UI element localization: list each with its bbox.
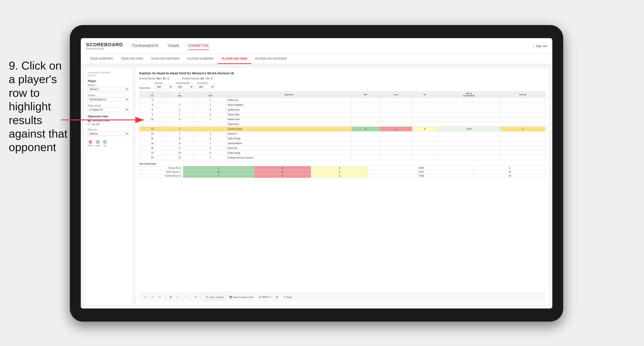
table-cell [412, 98, 437, 103]
table-cell [380, 146, 412, 151]
sub-nav-player-summary[interactable]: PLAYER SUMMARY [184, 54, 218, 64]
nav-teams[interactable]: TEAMS [167, 42, 179, 50]
ood-rounds-cell: 30 [474, 170, 545, 174]
undo-btn[interactable]: ↩ [143, 295, 148, 299]
sub-nav: TEAM SUMMARY TEAM H2H GRID TEAM H2H HEAT… [81, 54, 552, 64]
table-cell [412, 156, 437, 160]
redo2-btn[interactable]: ↩ [157, 295, 163, 299]
sub-nav-team-h2h-heatmap[interactable]: TEAM H2H HEATMAP [147, 54, 184, 64]
ood-rounds-cell: 2 [474, 166, 545, 170]
table-cell [194, 127, 226, 132]
table-cell [500, 112, 545, 117]
table-cell: Jessica Huang [226, 127, 352, 132]
sub-nav-team-h2h-grid[interactable]: TEAM H2H GRID [117, 54, 147, 64]
division-select[interactable]: NCAA Division III [88, 97, 129, 102]
table-cell: 13 [140, 127, 166, 132]
table-row[interactable]: 914Sharon Mun [140, 112, 545, 117]
table-cell: 6 [140, 108, 166, 112]
th-opponent: Opponent [226, 92, 352, 98]
nav-tournaments[interactable]: TOURNAMENTS [132, 42, 158, 50]
table-row[interactable]: 31Esther Lee [140, 98, 545, 103]
ood-name-cell: NCAA Division 2 [140, 174, 183, 178]
table-row[interactable]: 522Alexis Sudjianto [140, 103, 545, 108]
table-cell [437, 117, 500, 122]
sub-nav-player-h2h-heatmap[interactable]: PLAYER H2H HEATMAP [251, 54, 290, 64]
ood-name-cell: Foreign Team [140, 166, 183, 170]
table-row[interactable]: 1474Eunice Yi [140, 132, 545, 136]
annotation-text: 9. Click on a player's row to highlight … [9, 59, 68, 154]
table-cell: 2 [165, 103, 194, 108]
table-row[interactable]: 613Sydney Kuo [140, 108, 545, 112]
region-filter-select[interactable]: (All) [155, 85, 172, 89]
table-cell: 4 [194, 112, 226, 117]
table-cell: Eunice Yi [226, 132, 352, 136]
table-cell [412, 117, 437, 122]
table-cell [380, 108, 412, 112]
sub-nav-team-summary[interactable]: TEAM SUMMARY [86, 54, 117, 64]
table-cell: 6 [165, 117, 194, 122]
grid-title: Katelyn Vo Head-to-Head Grid for Women's… [139, 71, 545, 75]
region-filter-group: Region (All) [155, 82, 172, 89]
watch-btn[interactable]: 👁 Watch ▾ [257, 295, 272, 299]
colour-dot-up [103, 140, 107, 144]
view-original-label: View: Original [209, 296, 224, 299]
table-cell [500, 132, 545, 136]
table-cell [412, 146, 437, 151]
table-cell: 3 [194, 117, 226, 122]
table-row[interactable]: 1585Stella Chang [140, 136, 545, 141]
conference-filter-select[interactable]: (All) [176, 85, 194, 89]
h2h-table: #Div #Reg #Conf Opponent Win Loss Tie Di… [139, 91, 545, 160]
table-row[interactable]: 19106Emily Chang [140, 151, 545, 156]
ood-row[interactable]: NAIA Division 115009.26730 [140, 170, 545, 174]
logo-area: SCOREBOARD Powered by clippd [86, 42, 123, 50]
radio-top100[interactable]: Top 100 [88, 123, 129, 126]
view-original-btn[interactable]: 👁 View: Original [204, 295, 226, 300]
table-cell [352, 122, 380, 127]
table-cell [412, 112, 437, 117]
ood-row[interactable]: NCAA Division 25007.40010 [140, 174, 545, 178]
table-cell: 3 [194, 108, 226, 112]
table-cell: 1 [165, 108, 194, 112]
table-cell [412, 141, 437, 146]
table-row[interactable]: 1822Euna Lee [140, 146, 545, 151]
dots-btn[interactable]: ··· [182, 295, 187, 299]
radio-opponents-played[interactable]: Opponents Played [88, 119, 129, 122]
ood-diff-cell: 9.267 [368, 170, 474, 174]
player-rank-select[interactable]: 8. Katelyn Vo [88, 108, 129, 112]
table-cell: Esther Lee [226, 98, 352, 103]
table-cell: Sydney Kuo [226, 108, 352, 112]
table-cell [412, 132, 437, 136]
share-btn[interactable]: ↗ Share [282, 295, 294, 299]
watch-label: Watch ▾ [262, 296, 271, 299]
table-cell [437, 103, 500, 108]
table-row[interactable]: 1063Andrea York [140, 117, 545, 122]
division-label: Division [88, 94, 129, 97]
table-cell: -3.00 [437, 127, 500, 132]
colour-by-select[interactable]: Win/loss [88, 132, 129, 136]
crop-btn[interactable]: ⊞ [168, 295, 174, 299]
save-custom-btn[interactable]: 💾 Save Custom View [228, 295, 255, 299]
opponent-filter-select[interactable]: (All) [197, 85, 214, 89]
sub-nav-player-h2h-grid[interactable]: PLAYER H2H GRID [218, 54, 251, 64]
player-section-title: Player [88, 79, 129, 83]
settings-btn[interactable]: ≡ [175, 295, 180, 299]
grid-view-btn[interactable]: ⊞ [274, 295, 280, 299]
table-cell: 15 [140, 136, 166, 141]
gender-select[interactable]: Women's [88, 87, 129, 92]
refresh-btn[interactable]: ⟳ [193, 295, 198, 299]
sign-out-link[interactable]: Sign out [536, 44, 547, 48]
ood-row[interactable]: Foreign Team1004.5002 [140, 166, 545, 170]
table-row[interactable]: 20117Federica Domecq Lacroze [140, 156, 545, 160]
table-cell: 5 [140, 103, 166, 108]
table-row[interactable]: 1691Jessica Mason [140, 141, 545, 146]
nav-committee[interactable]: COMMITTEE [188, 42, 209, 50]
ood-loss-cell: 0 [254, 166, 311, 170]
th-loss: Loss [380, 92, 412, 98]
ood-win-cell: 15 [183, 170, 254, 174]
table-cell: 8 [165, 136, 194, 141]
table-cell [500, 146, 545, 151]
table-row[interactable]: Heejo Hyun [140, 122, 545, 127]
redo-btn[interactable]: ↪ [150, 295, 156, 299]
table-row[interactable]: 131Jessica Huang010-3.002 [140, 127, 545, 132]
table-cell: Emily Chang [226, 151, 352, 156]
